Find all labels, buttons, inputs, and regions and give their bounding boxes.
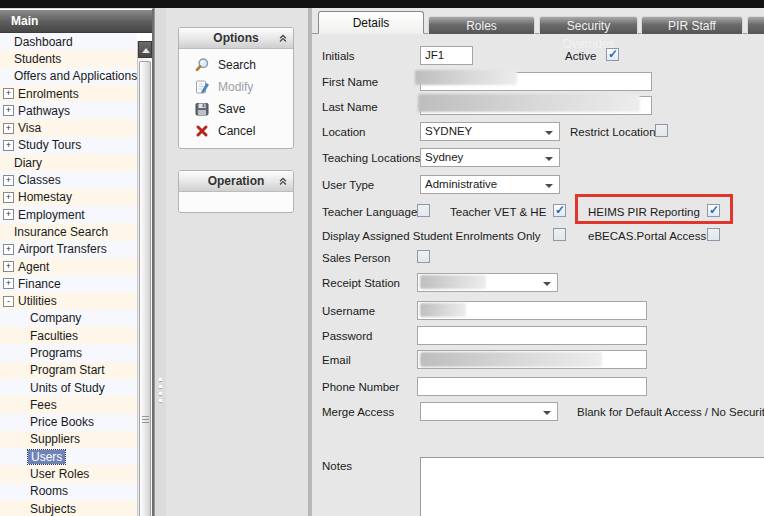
phone-number-label: Phone Number [322, 381, 399, 393]
ebecas-portal-access-label: eBECAS.Portal Access [588, 230, 706, 242]
phone-number-input[interactable] [417, 377, 647, 396]
expand-icon[interactable]: + [3, 140, 14, 151]
sidebar-item-study-tours[interactable]: +Study Tours [0, 137, 137, 154]
sidebar-item-company[interactable]: Company [0, 310, 137, 327]
ebecas-portal-access-checkbox[interactable] [707, 228, 720, 241]
window-top-bar [0, 0, 764, 8]
cancel-x-icon [194, 123, 210, 139]
heims-pir-reporting-checkbox[interactable] [707, 204, 720, 217]
actions-panel: Options Search [166, 8, 309, 516]
first-name-label: First Name [322, 76, 378, 88]
sidebar-item-students[interactable]: Students [0, 50, 137, 67]
modify-icon [194, 79, 210, 95]
expand-icon[interactable]: + [3, 88, 14, 99]
sidebar-item-offers-and-applications[interactable]: Offers and Applications [0, 68, 137, 85]
redacted-email [420, 352, 602, 367]
sidebar-item-rooms[interactable]: Rooms [0, 483, 137, 500]
sidebar-item-visa[interactable]: +Visa [0, 119, 137, 136]
restrict-location-checkbox[interactable] [655, 124, 668, 137]
sales-person-label: Sales Person [322, 252, 390, 264]
options-group-header[interactable]: Options [179, 28, 293, 49]
sidebar-item-dashboard[interactable]: Dashboard [0, 33, 137, 50]
tab-details[interactable]: Details [318, 11, 424, 34]
tab-roles[interactable]: Roles [428, 16, 535, 34]
dropdown-arrow-icon [543, 411, 551, 415]
sidebar-item-faculties[interactable]: Faculties [0, 327, 137, 344]
redacted-last-name [418, 94, 640, 112]
teaching-locations-dropdown[interactable]: Sydney [420, 148, 560, 167]
app-window: Main Dashboard Students Offers and Appli… [0, 0, 764, 516]
sidebar-item-price-books[interactable]: Price Books [0, 414, 137, 431]
password-input[interactable] [417, 326, 647, 345]
scroll-up-button[interactable] [138, 41, 152, 58]
expand-icon[interactable]: + [3, 105, 14, 116]
sidebar-item-fees[interactable]: Fees [0, 396, 137, 413]
sidebar-item-suppliers[interactable]: Suppliers [0, 431, 137, 448]
username-label: Username [322, 305, 375, 317]
notes-textarea[interactable] [420, 457, 764, 516]
collapse-chevron-icon[interactable] [278, 176, 288, 186]
teacher-vet-he-checkbox[interactable] [553, 204, 566, 217]
expand-icon[interactable]: + [3, 123, 14, 134]
display-assigned-checkbox[interactable] [553, 228, 566, 241]
save-label: Save [218, 102, 245, 116]
sales-person-checkbox[interactable] [417, 250, 430, 263]
redacted-username [420, 303, 466, 317]
sidebar-item-airport-transfers[interactable]: +Airport Transfers [0, 241, 137, 258]
collapse-icon[interactable]: - [3, 296, 14, 307]
location-dropdown[interactable]: SYDNEY [420, 122, 560, 141]
collapse-chevron-icon[interactable] [278, 33, 288, 43]
sidebar-item-homestay[interactable]: +Homestay [0, 189, 137, 206]
sidebar-item-user-roles[interactable]: User Roles [0, 465, 137, 482]
modify-label: Modify [218, 80, 253, 94]
scrollbar-grip-icon [142, 416, 149, 424]
detail-panel: Details Roles Security Overrides PIR Sta… [309, 8, 764, 516]
save-button[interactable]: Save [179, 98, 293, 120]
tab-bar: Details Roles Security Overrides PIR Sta… [312, 8, 764, 34]
sidebar-item-classes[interactable]: +Classes [0, 171, 137, 188]
sidebar-item-subjects[interactable]: Subjects [0, 500, 137, 516]
sidebar-item-diary[interactable]: Diary [0, 154, 137, 171]
operation-group: Operation [178, 170, 294, 213]
sidebar-item-insurance-search[interactable]: Insurance Search [0, 223, 137, 240]
operation-title: Operation [208, 174, 265, 188]
operation-empty-area [179, 192, 293, 211]
save-icon [194, 101, 210, 117]
sidebar-item-agent[interactable]: +Agent [0, 258, 137, 275]
sidebar-item-finance[interactable]: +Finance [0, 275, 137, 292]
modify-button[interactable]: Modify [179, 76, 293, 98]
sidebar-item-utilities[interactable]: -Utilities [0, 292, 137, 309]
operation-group-header[interactable]: Operation [179, 171, 293, 192]
teacher-language-checkbox[interactable] [417, 204, 430, 217]
expand-icon[interactable]: + [3, 261, 14, 272]
sidebar-item-employment[interactable]: +Employment [0, 206, 137, 223]
cancel-button[interactable]: Cancel [179, 120, 293, 142]
user-type-label: User Type [322, 179, 374, 191]
location-label: Location [322, 126, 365, 138]
search-button[interactable]: Search [179, 54, 293, 76]
tab-clipped[interactable] [747, 16, 764, 34]
teaching-locations-label: Teaching Locations [322, 152, 420, 164]
tree-scrollbar[interactable] [137, 41, 152, 516]
sidebar-item-program-start[interactable]: Program Start [0, 362, 137, 379]
sidebar-item-programs[interactable]: Programs [0, 344, 137, 361]
sidebar-item-users-selected[interactable]: Users [0, 448, 137, 465]
expand-icon[interactable]: + [3, 192, 14, 203]
active-checkbox[interactable] [606, 48, 619, 61]
heims-pir-reporting-label: HEIMS PIR Reporting [588, 206, 700, 218]
initials-input[interactable]: JF1 [420, 46, 473, 65]
merge-access-dropdown[interactable] [420, 402, 558, 421]
sidebar-item-enrolments[interactable]: +Enrolments [0, 85, 137, 102]
active-label: Active [565, 50, 596, 62]
options-title: Options [213, 31, 258, 45]
expand-icon[interactable]: + [3, 209, 14, 220]
expand-icon[interactable]: + [3, 278, 14, 289]
scrollbar-thumb[interactable] [139, 61, 151, 516]
sidebar-item-pathways[interactable]: +Pathways [0, 102, 137, 119]
tab-security-overrides[interactable]: Security Overrides [539, 16, 638, 34]
expand-icon[interactable]: + [3, 244, 14, 255]
user-type-dropdown[interactable]: Administrative [420, 175, 560, 194]
expand-icon[interactable]: + [3, 175, 14, 186]
sidebar-item-units-of-study[interactable]: Units of Study [0, 379, 137, 396]
tab-pir-staff[interactable]: PIR Staff [641, 16, 743, 34]
